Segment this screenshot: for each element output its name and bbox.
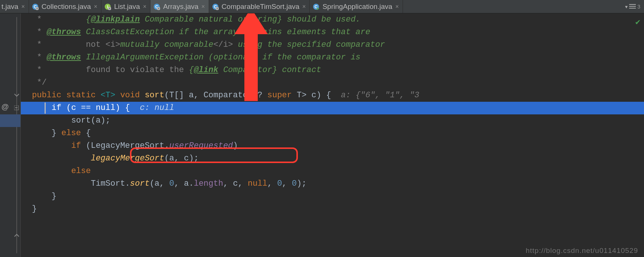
svg-rect-24 (629, 6, 636, 7)
close-icon[interactable]: × (94, 4, 97, 10)
editor-area: @ * {@linkplain Comparable natural order… (0, 13, 644, 257)
close-icon[interactable]: × (395, 4, 399, 10)
current-execution-line: if (c == null) { c: null (21, 102, 644, 114)
svg-rect-19 (217, 8, 218, 9)
gutter[interactable]: @ (0, 13, 21, 257)
close-icon[interactable]: × (201, 4, 205, 10)
method-signature: public static <T> void sort(T[] a, Compa… (21, 89, 644, 102)
split-list-icon[interactable] (629, 4, 636, 10)
svg-rect-4 (36, 8, 38, 9)
close-icon[interactable]: × (21, 4, 25, 10)
class-icon: C (153, 3, 160, 10)
tab-label: Arrays.java (163, 3, 198, 11)
watermark-text: http://blog.csdn.net/u011410529 (526, 247, 638, 255)
show-tabs-icon[interactable]: ▾ (625, 4, 628, 10)
inspection-ok-icon[interactable]: ✔ (635, 17, 640, 27)
source-code[interactable]: * {@linkplain Comparable natural orderin… (21, 13, 644, 257)
tab-label: List.java (114, 3, 140, 11)
fold-toggle-icon[interactable] (14, 94, 19, 99)
tab-collections[interactable]: C Collections.java × (29, 0, 101, 13)
split-count: 3 (637, 4, 640, 10)
editor-tab-bar: t.java × C Collections.java × I List.jav… (0, 0, 644, 13)
fold-toggle-icon[interactable] (14, 232, 19, 237)
close-icon[interactable]: × (302, 4, 306, 10)
tab-label: ComparableTimSort.java (222, 3, 299, 11)
tab-label: t.java (1, 3, 18, 11)
runnable-class-icon: C (313, 3, 319, 10)
svg-rect-23 (629, 4, 636, 5)
tab-arrays[interactable]: C Arrays.java × (150, 0, 209, 13)
tab-label: Collections.java (42, 3, 91, 11)
class-icon: C (212, 3, 219, 10)
inline-debug-hint: a: {"6", "1", "3 (341, 91, 419, 100)
svg-rect-25 (629, 8, 636, 9)
tab-list[interactable]: I List.java × (101, 0, 150, 13)
svg-rect-14 (158, 8, 159, 9)
tab-label: SpringApplication.java (322, 3, 392, 11)
svg-rect-9 (109, 8, 110, 9)
fold-toggle-icon[interactable] (14, 105, 19, 111)
tab-comparabletimsort[interactable]: C ComparableTimSort.java × (209, 0, 310, 13)
implements-icon[interactable]: @ (1, 103, 9, 111)
tab-partial[interactable]: t.java × (0, 0, 29, 13)
inline-debug-hint: c: null (140, 103, 174, 113)
close-icon[interactable]: × (143, 4, 146, 10)
interface-icon: I (104, 3, 111, 10)
class-icon: C (32, 3, 39, 10)
tabbar-controls: ▾ 3 (625, 0, 644, 13)
tab-springapplication[interactable]: C SpringApplication.java × (310, 0, 403, 13)
